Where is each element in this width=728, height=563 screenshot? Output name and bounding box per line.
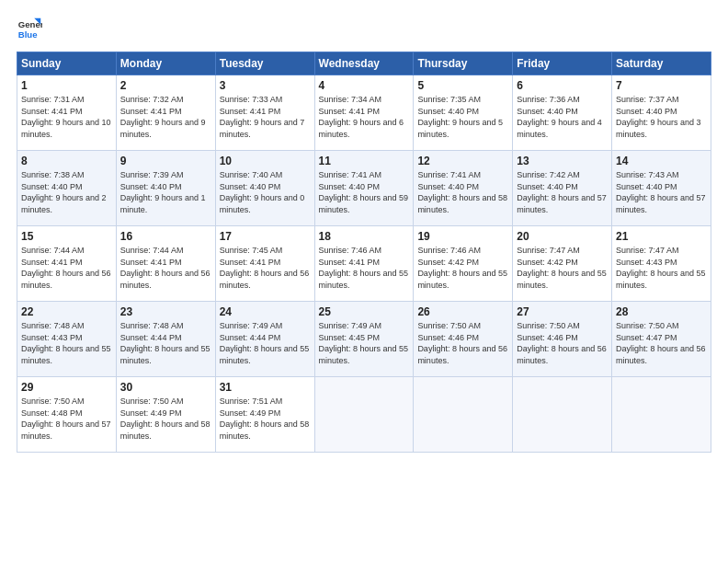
calendar-cell: 14Sunrise: 7:43 AMSunset: 4:40 PMDayligh…	[612, 151, 711, 226]
day-number: 21	[616, 230, 707, 243]
calendar-cell: 11Sunrise: 7:41 AMSunset: 4:40 PMDayligh…	[314, 151, 414, 226]
calendar-cell: 5Sunrise: 7:35 AMSunset: 4:40 PMDaylight…	[414, 75, 513, 151]
day-number: 13	[517, 155, 608, 167]
cell-info: Sunrise: 7:50 AMSunset: 4:46 PMDaylight:…	[417, 321, 507, 365]
cell-info: Sunrise: 7:38 AMSunset: 4:40 PMDaylight:…	[21, 170, 107, 214]
day-number: 26	[417, 305, 508, 318]
calendar-cell: 8Sunrise: 7:38 AMSunset: 4:40 PMDaylight…	[17, 151, 117, 226]
day-number: 12	[417, 155, 508, 167]
cell-info: Sunrise: 7:48 AMSunset: 4:43 PMDaylight:…	[21, 321, 111, 365]
calendar-cell: 28Sunrise: 7:50 AMSunset: 4:47 PMDayligh…	[612, 302, 711, 377]
day-number: 10	[220, 155, 311, 167]
cell-info: Sunrise: 7:32 AMSunset: 4:41 PMDaylight:…	[120, 95, 206, 139]
cell-info: Sunrise: 7:46 AMSunset: 4:41 PMDaylight:…	[319, 246, 409, 290]
calendar-cell: 17Sunrise: 7:45 AMSunset: 4:41 PMDayligh…	[215, 226, 314, 302]
calendar-cell: 26Sunrise: 7:50 AMSunset: 4:46 PMDayligh…	[414, 302, 513, 377]
cell-info: Sunrise: 7:48 AMSunset: 4:44 PMDaylight:…	[120, 321, 210, 365]
day-number: 6	[517, 79, 608, 92]
cell-info: Sunrise: 7:41 AMSunset: 4:40 PMDaylight:…	[319, 170, 409, 214]
calendar-cell: 3Sunrise: 7:33 AMSunset: 4:41 PMDaylight…	[215, 75, 314, 151]
cell-info: Sunrise: 7:51 AMSunset: 4:49 PMDaylight:…	[220, 396, 310, 441]
calendar-cell: 15Sunrise: 7:44 AMSunset: 4:41 PMDayligh…	[17, 226, 117, 302]
col-header-saturday: Saturday	[612, 52, 711, 75]
day-number: 25	[319, 305, 410, 318]
calendar-cell: 25Sunrise: 7:49 AMSunset: 4:45 PMDayligh…	[314, 302, 414, 377]
day-number: 5	[417, 79, 508, 92]
calendar-cell: 13Sunrise: 7:42 AMSunset: 4:40 PMDayligh…	[513, 151, 612, 226]
calendar-cell: 29Sunrise: 7:50 AMSunset: 4:48 PMDayligh…	[17, 377, 117, 453]
col-header-friday: Friday	[513, 52, 612, 75]
cell-info: Sunrise: 7:39 AMSunset: 4:40 PMDaylight:…	[120, 170, 206, 214]
calendar-cell: 4Sunrise: 7:34 AMSunset: 4:41 PMDaylight…	[314, 75, 414, 151]
col-header-tuesday: Tuesday	[215, 52, 314, 75]
calendar-cell	[414, 377, 513, 453]
cell-info: Sunrise: 7:44 AMSunset: 4:41 PMDaylight:…	[21, 246, 111, 290]
calendar-cell: 22Sunrise: 7:48 AMSunset: 4:43 PMDayligh…	[17, 302, 117, 377]
calendar-cell: 31Sunrise: 7:51 AMSunset: 4:49 PMDayligh…	[215, 377, 314, 453]
col-header-sunday: Sunday	[17, 52, 117, 75]
day-number: 7	[616, 79, 707, 92]
calendar-cell: 21Sunrise: 7:47 AMSunset: 4:43 PMDayligh…	[612, 226, 711, 302]
svg-text:Blue: Blue	[18, 29, 38, 40]
col-header-wednesday: Wednesday	[314, 52, 414, 75]
day-number: 20	[517, 230, 608, 243]
day-number: 22	[21, 305, 112, 318]
day-number: 30	[120, 381, 211, 394]
cell-info: Sunrise: 7:37 AMSunset: 4:40 PMDaylight:…	[616, 95, 701, 139]
cell-info: Sunrise: 7:47 AMSunset: 4:42 PMDaylight:…	[517, 246, 607, 290]
calendar-cell: 27Sunrise: 7:50 AMSunset: 4:46 PMDayligh…	[513, 302, 612, 377]
logo: General Blue	[17, 17, 42, 42]
week-row-2: 8Sunrise: 7:38 AMSunset: 4:40 PMDaylight…	[17, 151, 711, 226]
calendar-cell: 1Sunrise: 7:31 AMSunset: 4:41 PMDaylight…	[17, 75, 117, 151]
day-number: 4	[319, 79, 410, 92]
day-number: 11	[319, 155, 410, 167]
day-number: 9	[120, 155, 211, 167]
cell-info: Sunrise: 7:35 AMSunset: 4:40 PMDaylight:…	[417, 95, 503, 139]
calendar-cell: 16Sunrise: 7:44 AMSunset: 4:41 PMDayligh…	[116, 226, 215, 302]
col-header-monday: Monday	[116, 52, 215, 75]
day-number: 24	[220, 305, 311, 318]
week-row-5: 29Sunrise: 7:50 AMSunset: 4:48 PMDayligh…	[17, 377, 711, 453]
cell-info: Sunrise: 7:43 AMSunset: 4:40 PMDaylight:…	[616, 170, 706, 214]
cell-info: Sunrise: 7:45 AMSunset: 4:41 PMDaylight:…	[220, 246, 310, 290]
day-number: 19	[417, 230, 508, 243]
cell-info: Sunrise: 7:33 AMSunset: 4:41 PMDaylight:…	[220, 95, 305, 139]
calendar-cell	[314, 377, 414, 453]
cell-info: Sunrise: 7:34 AMSunset: 4:41 PMDaylight:…	[319, 95, 404, 139]
page: General Blue SundayMondayTuesdayWednesda…	[0, 0, 728, 563]
week-row-4: 22Sunrise: 7:48 AMSunset: 4:43 PMDayligh…	[17, 302, 711, 377]
logo-icon: General Blue	[17, 17, 42, 42]
cell-info: Sunrise: 7:50 AMSunset: 4:49 PMDaylight:…	[120, 396, 210, 441]
day-number: 3	[220, 79, 311, 92]
cell-info: Sunrise: 7:41 AMSunset: 4:40 PMDaylight:…	[417, 170, 507, 214]
day-number: 8	[21, 155, 112, 167]
header: General Blue	[17, 17, 711, 42]
day-number: 15	[21, 230, 112, 243]
calendar-cell: 6Sunrise: 7:36 AMSunset: 4:40 PMDaylight…	[513, 75, 612, 151]
day-number: 28	[616, 305, 707, 318]
week-row-3: 15Sunrise: 7:44 AMSunset: 4:41 PMDayligh…	[17, 226, 711, 302]
cell-info: Sunrise: 7:50 AMSunset: 4:48 PMDaylight:…	[21, 396, 111, 441]
cell-info: Sunrise: 7:47 AMSunset: 4:43 PMDaylight:…	[616, 246, 706, 290]
calendar-cell: 9Sunrise: 7:39 AMSunset: 4:40 PMDaylight…	[116, 151, 215, 226]
day-number: 16	[120, 230, 211, 243]
day-number: 2	[120, 79, 211, 92]
day-number: 27	[517, 305, 608, 318]
cell-info: Sunrise: 7:50 AMSunset: 4:47 PMDaylight:…	[616, 321, 706, 365]
cell-info: Sunrise: 7:44 AMSunset: 4:41 PMDaylight:…	[120, 246, 210, 290]
calendar-cell: 24Sunrise: 7:49 AMSunset: 4:44 PMDayligh…	[215, 302, 314, 377]
cell-info: Sunrise: 7:49 AMSunset: 4:44 PMDaylight:…	[220, 321, 310, 365]
calendar-cell: 2Sunrise: 7:32 AMSunset: 4:41 PMDaylight…	[116, 75, 215, 151]
calendar-cell: 23Sunrise: 7:48 AMSunset: 4:44 PMDayligh…	[116, 302, 215, 377]
cell-info: Sunrise: 7:50 AMSunset: 4:46 PMDaylight:…	[517, 321, 607, 365]
col-header-thursday: Thursday	[414, 52, 513, 75]
calendar-cell: 18Sunrise: 7:46 AMSunset: 4:41 PMDayligh…	[314, 226, 414, 302]
header-row: SundayMondayTuesdayWednesdayThursdayFrid…	[17, 52, 711, 75]
day-number: 18	[319, 230, 410, 243]
calendar-cell: 20Sunrise: 7:47 AMSunset: 4:42 PMDayligh…	[513, 226, 612, 302]
day-number: 1	[21, 79, 112, 92]
cell-info: Sunrise: 7:42 AMSunset: 4:40 PMDaylight:…	[517, 170, 607, 214]
calendar-cell: 10Sunrise: 7:40 AMSunset: 4:40 PMDayligh…	[215, 151, 314, 226]
calendar-cell	[513, 377, 612, 453]
cell-info: Sunrise: 7:31 AMSunset: 4:41 PMDaylight:…	[21, 95, 111, 139]
